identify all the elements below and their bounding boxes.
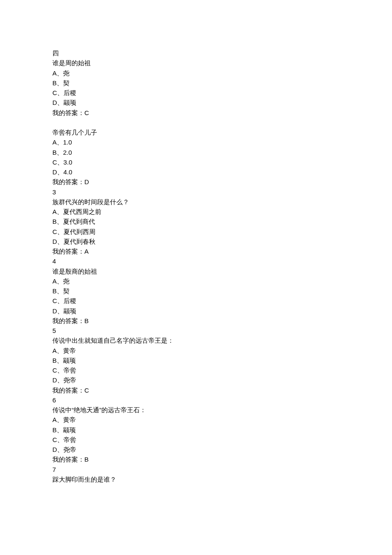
answer-line: 我的答案：D bbox=[52, 177, 392, 187]
option-value: 颛顼 bbox=[63, 99, 76, 106]
option-sep: 、 bbox=[57, 287, 63, 295]
question-option: C、后稷 bbox=[52, 88, 392, 98]
option-letter: D bbox=[52, 238, 57, 245]
option-letter: C bbox=[52, 367, 57, 374]
option-letter: C bbox=[52, 159, 57, 166]
option-value: 后稷 bbox=[63, 297, 76, 304]
answer-label: 我的答案： bbox=[52, 317, 84, 324]
question-text: 族群代兴的时间段是什么？ bbox=[52, 197, 392, 207]
option-value: 颛顼 bbox=[63, 307, 76, 315]
answer-line: 我的答案：C bbox=[52, 108, 392, 118]
option-value: 2.0 bbox=[63, 149, 72, 156]
answer-label: 我的答案： bbox=[52, 178, 84, 185]
option-value: 4.0 bbox=[63, 168, 72, 176]
question-number: 5 bbox=[52, 326, 392, 335]
question-option: D、尧帝 bbox=[52, 375, 392, 385]
option-sep: 、 bbox=[57, 297, 63, 304]
option-value: 契 bbox=[63, 79, 69, 87]
answer-label: 我的答案： bbox=[52, 248, 84, 255]
question-block: 谁是周的始祖 A、尧 B、契 C、后稷 D、颛顼 我的答案：C bbox=[52, 58, 392, 118]
option-letter: C bbox=[52, 297, 57, 304]
question-block: 6 传说中“绝地天通”的远古帝王石： A、黄帝 B、颛顼 C、帝喾 D、尧帝 我… bbox=[52, 395, 392, 465]
option-letter: B bbox=[52, 218, 57, 225]
option-sep: 、 bbox=[57, 307, 63, 315]
question-option: C、夏代到西周 bbox=[52, 227, 392, 237]
option-value: 尧 bbox=[63, 278, 69, 285]
option-letter: B bbox=[52, 357, 57, 364]
option-sep: 、 bbox=[57, 238, 63, 245]
option-sep: 、 bbox=[57, 69, 63, 77]
question-number: 3 bbox=[52, 187, 392, 197]
question-option: A、夏代西周之前 bbox=[52, 207, 392, 217]
option-letter: B bbox=[52, 149, 57, 156]
question-option: D、4.0 bbox=[52, 167, 392, 177]
option-value: 夏代西周之前 bbox=[63, 208, 101, 215]
option-value: 契 bbox=[63, 287, 69, 295]
option-letter: B bbox=[52, 287, 57, 295]
option-value: 颛顼 bbox=[63, 426, 76, 434]
question-option: B、夏代到商代 bbox=[52, 217, 392, 226]
option-letter: A bbox=[52, 139, 57, 146]
question-number: 7 bbox=[52, 465, 392, 474]
question-option: D、尧帝 bbox=[52, 445, 392, 454]
answer-value: B bbox=[84, 317, 89, 324]
answer-line: 我的答案：B bbox=[52, 316, 392, 326]
question-text: 踩大脚印而生的是谁？ bbox=[52, 474, 392, 484]
option-value: 夏代到春秋 bbox=[63, 238, 95, 245]
section-label: 四 bbox=[52, 48, 392, 58]
option-letter: D bbox=[52, 168, 57, 176]
option-letter: A bbox=[52, 208, 57, 215]
option-value: 尧帝 bbox=[63, 446, 76, 453]
question-option: C、3.0 bbox=[52, 157, 392, 167]
question-block: 4 谁是殷商的始祖 A、尧 B、契 C、后稷 D、颛顼 我的答案：B bbox=[52, 256, 392, 326]
option-value: 帝喾 bbox=[63, 436, 76, 443]
question-text: 传说中出生就知道自己名字的远古帝王是： bbox=[52, 335, 392, 345]
option-value: 夏代到商代 bbox=[63, 218, 95, 225]
question-option: D、颛顼 bbox=[52, 306, 392, 316]
option-letter: A bbox=[52, 278, 57, 285]
question-option: B、契 bbox=[52, 286, 392, 296]
option-sep: 、 bbox=[57, 139, 63, 146]
option-value: 后稷 bbox=[63, 89, 76, 96]
question-option: C、帝喾 bbox=[52, 435, 392, 445]
question-option: D、颛顼 bbox=[52, 98, 392, 107]
option-value: 黄帝 bbox=[63, 347, 76, 354]
option-sep: 、 bbox=[57, 376, 63, 384]
answer-label: 我的答案： bbox=[52, 456, 84, 463]
option-letter: B bbox=[52, 426, 57, 434]
option-sep: 、 bbox=[57, 208, 63, 215]
question-option: B、契 bbox=[52, 78, 392, 88]
option-sep: 、 bbox=[57, 89, 63, 96]
question-option: A、黄帝 bbox=[52, 415, 392, 425]
option-value: 尧 bbox=[63, 69, 69, 77]
question-block: 帝喾有几个儿子 A、1.0 B、2.0 C、3.0 D、4.0 我的答案：D bbox=[52, 127, 392, 187]
question-option: B、2.0 bbox=[52, 147, 392, 157]
question-option: C、帝喾 bbox=[52, 365, 392, 375]
question-block: 3 族群代兴的时间段是什么？ A、夏代西周之前 B、夏代到商代 C、夏代到西周 … bbox=[52, 187, 392, 257]
question-option: D、夏代到春秋 bbox=[52, 237, 392, 246]
answer-value: A bbox=[84, 248, 89, 255]
option-sep: 、 bbox=[57, 446, 63, 453]
answer-label: 我的答案： bbox=[52, 109, 84, 116]
option-sep: 、 bbox=[57, 357, 63, 364]
question-text: 谁是周的始祖 bbox=[52, 58, 392, 68]
option-value: 颛顼 bbox=[63, 357, 76, 364]
document-page: 四 谁是周的始祖 A、尧 B、契 C、后稷 D、颛顼 我的答案：C 帝喾有几个儿… bbox=[0, 0, 392, 484]
question-option: A、1.0 bbox=[52, 137, 392, 147]
option-sep: 、 bbox=[57, 278, 63, 285]
option-value: 黄帝 bbox=[63, 416, 76, 423]
option-sep: 、 bbox=[57, 218, 63, 225]
question-number: 4 bbox=[52, 256, 392, 266]
option-sep: 、 bbox=[57, 159, 63, 166]
answer-value: C bbox=[84, 109, 89, 116]
option-value: 1.0 bbox=[63, 139, 72, 146]
option-letter: D bbox=[52, 446, 57, 453]
question-block: 7 踩大脚印而生的是谁？ bbox=[52, 465, 392, 485]
question-option: B、颛顼 bbox=[52, 425, 392, 435]
option-value: 夏代到西周 bbox=[63, 228, 95, 235]
question-option: A、黄帝 bbox=[52, 346, 392, 356]
option-sep: 、 bbox=[57, 347, 63, 354]
question-text: 帝喾有几个儿子 bbox=[52, 127, 392, 137]
answer-label: 我的答案： bbox=[52, 387, 84, 394]
answer-value: C bbox=[84, 387, 89, 394]
